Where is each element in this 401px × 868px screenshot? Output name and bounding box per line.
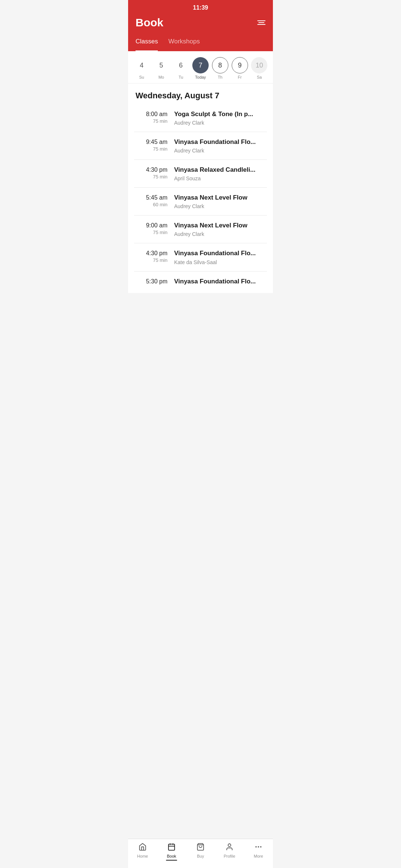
class-info: Vinyasa Foundational Flo... Audrey Clark (174, 138, 267, 154)
class-time-value: 4:30 pm (134, 167, 167, 173)
date-number: 6 (173, 57, 189, 73)
class-instructor: April Souza (174, 175, 267, 181)
class-instructor: Audrey Clark (174, 203, 267, 209)
class-duration: 60 min (134, 202, 167, 207)
status-bar: 11:39 (128, 0, 273, 13)
class-list: 8:00 am 75 min Yoga Sculpt & Tone (In p.… (128, 104, 273, 293)
header: Book (128, 13, 273, 35)
date-day-label: Sa (257, 75, 262, 79)
class-duration: 75 min (134, 118, 167, 124)
date-picker: 4 Su 5 Mo 6 Tu 7 Today 8 Th 9 Fr 10 Sa (128, 51, 273, 83)
class-duration: 75 min (134, 257, 167, 263)
class-time: 5:45 am 60 min (134, 194, 167, 207)
date-number: 10 (251, 57, 267, 73)
class-name: Vinyasa Foundational Flo... (174, 249, 267, 257)
date-number: 9 (232, 57, 248, 73)
class-info: Yoga Sculpt & Tone (In p... Audrey Clark (174, 110, 267, 126)
class-name: Vinyasa Relaxed Candleli... (174, 166, 267, 174)
date-item-7[interactable]: 7 Today (192, 57, 209, 79)
class-list-item[interactable]: 8:00 am 75 min Yoga Sculpt & Tone (In p.… (134, 104, 267, 132)
date-heading-section: Wednesday, August 7 (128, 83, 273, 104)
class-list-item[interactable]: 5:45 am 60 min Vinyasa Next Level Flow A… (134, 188, 267, 216)
date-item-9[interactable]: 9 Fr (232, 57, 248, 79)
class-instructor: Kate da Silva-Saal (174, 259, 267, 265)
class-list-item[interactable]: 9:45 am 75 min Vinyasa Foundational Flo.… (134, 132, 267, 160)
class-time-value: 9:00 am (134, 222, 167, 229)
class-time: 8:00 am 75 min (134, 110, 167, 124)
date-item-5[interactable]: 5 Mo (153, 57, 169, 79)
class-time: 5:30 pm (134, 277, 167, 286)
date-day-label: Mo (159, 75, 164, 79)
class-time: 9:45 am 75 min (134, 138, 167, 152)
class-time-value: 4:30 pm (134, 250, 167, 257)
date-number: 4 (133, 57, 150, 73)
class-instructor: Audrey Clark (174, 231, 267, 237)
class-name: Yoga Sculpt & Tone (In p... (174, 110, 267, 118)
class-duration: 75 min (134, 230, 167, 235)
date-day-label: Fr (238, 75, 241, 79)
class-name: Vinyasa Foundational Flo... (174, 277, 267, 286)
class-name: Vinyasa Next Level Flow (174, 194, 267, 202)
date-heading: Wednesday, August 7 (136, 91, 265, 101)
date-item-6[interactable]: 6 Tu (173, 57, 189, 79)
tab-navigation: Classes Workshops (128, 35, 273, 51)
class-list-item[interactable]: 4:30 pm 75 min Vinyasa Foundational Flo.… (134, 243, 267, 271)
filter-button[interactable] (257, 20, 265, 25)
page-title: Book (136, 16, 163, 29)
class-time-value: 5:30 pm (134, 278, 167, 285)
date-number: 5 (153, 57, 169, 73)
class-time: 4:30 pm 75 min (134, 166, 167, 180)
date-number: 7 (192, 57, 209, 73)
tab-classes[interactable]: Classes (136, 35, 158, 51)
date-day-label: Su (139, 75, 144, 79)
class-list-item[interactable]: 5:30 pm Vinyasa Foundational Flo... (134, 272, 267, 293)
class-time-value: 8:00 am (134, 111, 167, 118)
date-item-8[interactable]: 8 Th (212, 57, 228, 79)
class-instructor: Audrey Clark (174, 120, 267, 126)
class-list-item[interactable]: 4:30 pm 75 min Vinyasa Relaxed Candleli.… (134, 160, 267, 188)
class-time: 4:30 pm 75 min (134, 249, 167, 263)
class-instructor: Audrey Clark (174, 148, 267, 154)
date-item-10[interactable]: 10 Sa (251, 57, 267, 79)
class-list-item[interactable]: 9:00 am 75 min Vinyasa Next Level Flow A… (134, 216, 267, 243)
date-number: 8 (212, 57, 228, 73)
tab-workshops[interactable]: Workshops (168, 35, 200, 51)
class-info: Vinyasa Next Level Flow Audrey Clark (174, 221, 267, 237)
class-duration: 75 min (134, 174, 167, 180)
class-info: Vinyasa Foundational Flo... Kate da Silv… (174, 249, 267, 265)
date-day-label: Today (195, 75, 206, 79)
class-info: Vinyasa Relaxed Candleli... April Souza (174, 166, 267, 181)
class-name: Vinyasa Foundational Flo... (174, 138, 267, 146)
class-duration: 75 min (134, 146, 167, 152)
class-info: Vinyasa Foundational Flo... (174, 277, 267, 287)
date-item-4[interactable]: 4 Su (133, 57, 150, 79)
status-time: 11:39 (193, 4, 208, 11)
date-day-label: Th (218, 75, 222, 79)
class-time-value: 9:45 am (134, 139, 167, 145)
class-time-value: 5:45 am (134, 194, 167, 201)
class-info: Vinyasa Next Level Flow Audrey Clark (174, 194, 267, 209)
date-day-label: Tu (179, 75, 183, 79)
class-name: Vinyasa Next Level Flow (174, 221, 267, 230)
class-time: 9:00 am 75 min (134, 221, 167, 235)
